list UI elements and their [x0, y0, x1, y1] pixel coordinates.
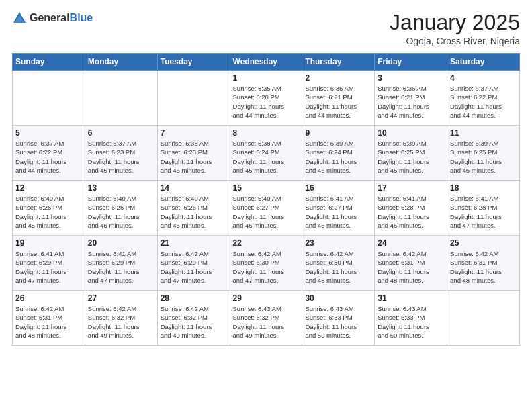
cell-w3-d0: 19Sunrise: 6:41 AMSunset: 6:29 PMDayligh… — [13, 236, 85, 291]
header-wednesday: Wednesday — [230, 54, 302, 71]
day-info: Sunrise: 6:42 AMSunset: 6:32 PMDaylight:… — [161, 304, 227, 340]
day-info: Sunrise: 6:36 AMSunset: 6:21 PMDaylight:… — [305, 84, 371, 120]
day-number: 4 — [450, 73, 517, 83]
day-info: Sunrise: 6:42 AMSunset: 6:31 PMDaylight:… — [378, 249, 444, 285]
day-info: Sunrise: 6:37 AMSunset: 6:22 PMDaylight:… — [450, 84, 517, 120]
day-info: Sunrise: 6:39 AMSunset: 6:24 PMDaylight:… — [305, 139, 371, 175]
cell-w2-d3: 15Sunrise: 6:40 AMSunset: 6:27 PMDayligh… — [230, 181, 302, 236]
day-number: 15 — [233, 183, 300, 193]
calendar-body: 1Sunrise: 6:35 AMSunset: 6:20 PMDaylight… — [13, 71, 520, 346]
logo-general: General — [30, 12, 70, 24]
cell-w1-d4: 9Sunrise: 6:39 AMSunset: 6:24 PMDaylight… — [302, 126, 375, 181]
day-number: 27 — [88, 293, 154, 303]
header-friday: Friday — [375, 54, 447, 71]
day-info: Sunrise: 6:42 AMSunset: 6:31 PMDaylight:… — [15, 304, 82, 340]
day-info: Sunrise: 6:38 AMSunset: 6:23 PMDaylight:… — [161, 139, 227, 175]
day-number: 19 — [15, 238, 82, 248]
day-number: 16 — [305, 183, 371, 193]
cell-w1-d6: 11Sunrise: 6:39 AMSunset: 6:25 PMDayligh… — [447, 126, 520, 181]
day-info: Sunrise: 6:37 AMSunset: 6:23 PMDaylight:… — [88, 139, 154, 175]
header-tuesday: Tuesday — [157, 54, 230, 71]
day-number: 17 — [378, 183, 444, 193]
day-info: Sunrise: 6:35 AMSunset: 6:20 PMDaylight:… — [233, 84, 300, 120]
cell-w1-d5: 10Sunrise: 6:39 AMSunset: 6:25 PMDayligh… — [375, 126, 447, 181]
title-block: January 2025 Ogoja, Cross River, Nigeria — [390, 11, 520, 46]
logo-icon — [12, 11, 27, 26]
subtitle: Ogoja, Cross River, Nigeria — [390, 36, 520, 46]
logo-blue: Blue — [70, 12, 93, 24]
cell-w3-d4: 23Sunrise: 6:42 AMSunset: 6:30 PMDayligh… — [302, 236, 375, 291]
cell-w0-d2 — [157, 71, 230, 126]
day-number: 1 — [233, 73, 300, 83]
day-number: 7 — [161, 128, 227, 138]
day-info: Sunrise: 6:40 AMSunset: 6:26 PMDaylight:… — [161, 194, 227, 230]
cell-w2-d6: 18Sunrise: 6:41 AMSunset: 6:28 PMDayligh… — [447, 181, 520, 236]
cell-w4-d2: 28Sunrise: 6:42 AMSunset: 6:32 PMDayligh… — [157, 291, 230, 346]
week-row-1: 5Sunrise: 6:37 AMSunset: 6:22 PMDaylight… — [13, 126, 520, 181]
cell-w0-d6: 4Sunrise: 6:37 AMSunset: 6:22 PMDaylight… — [447, 71, 520, 126]
day-number: 25 — [450, 238, 517, 248]
day-info: Sunrise: 6:40 AMSunset: 6:27 PMDaylight:… — [233, 194, 300, 230]
logo: General Blue — [12, 11, 93, 26]
cell-w4-d6 — [447, 291, 520, 346]
header-monday: Monday — [85, 54, 157, 71]
week-row-3: 19Sunrise: 6:41 AMSunset: 6:29 PMDayligh… — [13, 236, 520, 291]
day-info: Sunrise: 6:36 AMSunset: 6:21 PMDaylight:… — [378, 84, 444, 120]
cell-w2-d1: 13Sunrise: 6:40 AMSunset: 6:26 PMDayligh… — [85, 181, 157, 236]
day-number: 3 — [378, 73, 444, 83]
page-header: General Blue January 2025 Ogoja, Cross R… — [12, 11, 520, 46]
day-info: Sunrise: 6:37 AMSunset: 6:22 PMDaylight:… — [15, 139, 82, 175]
day-info: Sunrise: 6:42 AMSunset: 6:30 PMDaylight:… — [305, 249, 371, 285]
cell-w2-d4: 16Sunrise: 6:41 AMSunset: 6:27 PMDayligh… — [302, 181, 375, 236]
day-info: Sunrise: 6:41 AMSunset: 6:29 PMDaylight:… — [88, 249, 154, 285]
day-number: 26 — [15, 293, 82, 303]
cell-w3-d6: 25Sunrise: 6:42 AMSunset: 6:31 PMDayligh… — [447, 236, 520, 291]
cell-w3-d1: 20Sunrise: 6:41 AMSunset: 6:29 PMDayligh… — [85, 236, 157, 291]
day-info: Sunrise: 6:43 AMSunset: 6:33 PMDaylight:… — [305, 304, 371, 340]
day-number: 18 — [450, 183, 517, 193]
cell-w0-d0 — [13, 71, 85, 126]
cell-w4-d0: 26Sunrise: 6:42 AMSunset: 6:31 PMDayligh… — [13, 291, 85, 346]
day-number: 2 — [305, 73, 371, 83]
week-row-2: 12Sunrise: 6:40 AMSunset: 6:26 PMDayligh… — [13, 181, 520, 236]
day-number: 29 — [233, 293, 300, 303]
day-number: 21 — [161, 238, 227, 248]
cell-w0-d5: 3Sunrise: 6:36 AMSunset: 6:21 PMDaylight… — [375, 71, 447, 126]
cell-w3-d5: 24Sunrise: 6:42 AMSunset: 6:31 PMDayligh… — [375, 236, 447, 291]
day-info: Sunrise: 6:42 AMSunset: 6:29 PMDaylight:… — [161, 249, 227, 285]
cell-w0-d1 — [85, 71, 157, 126]
cell-w4-d1: 27Sunrise: 6:42 AMSunset: 6:32 PMDayligh… — [85, 291, 157, 346]
cell-w4-d4: 30Sunrise: 6:43 AMSunset: 6:33 PMDayligh… — [302, 291, 375, 346]
day-info: Sunrise: 6:42 AMSunset: 6:31 PMDaylight:… — [450, 249, 517, 285]
day-number: 30 — [305, 293, 371, 303]
day-info: Sunrise: 6:43 AMSunset: 6:33 PMDaylight:… — [378, 304, 444, 340]
day-number: 20 — [88, 238, 154, 248]
cell-w0-d4: 2Sunrise: 6:36 AMSunset: 6:21 PMDaylight… — [302, 71, 375, 126]
day-number: 23 — [305, 238, 371, 248]
day-number: 28 — [161, 293, 227, 303]
header-row: Sunday Monday Tuesday Wednesday Thursday… — [13, 54, 520, 71]
day-number: 31 — [378, 293, 444, 303]
day-info: Sunrise: 6:41 AMSunset: 6:28 PMDaylight:… — [450, 194, 517, 230]
day-number: 24 — [378, 238, 444, 248]
day-info: Sunrise: 6:43 AMSunset: 6:32 PMDaylight:… — [233, 304, 300, 340]
day-number: 12 — [15, 183, 82, 193]
day-number: 14 — [161, 183, 227, 193]
day-number: 5 — [15, 128, 82, 138]
cell-w1-d3: 8Sunrise: 6:38 AMSunset: 6:24 PMDaylight… — [230, 126, 302, 181]
day-info: Sunrise: 6:41 AMSunset: 6:28 PMDaylight:… — [378, 194, 444, 230]
day-number: 11 — [450, 128, 517, 138]
calendar-table: Sunday Monday Tuesday Wednesday Thursday… — [12, 53, 520, 346]
header-sunday: Sunday — [13, 54, 85, 71]
calendar-header: Sunday Monday Tuesday Wednesday Thursday… — [13, 54, 520, 71]
cell-w4-d5: 31Sunrise: 6:43 AMSunset: 6:33 PMDayligh… — [375, 291, 447, 346]
cell-w2-d5: 17Sunrise: 6:41 AMSunset: 6:28 PMDayligh… — [375, 181, 447, 236]
day-info: Sunrise: 6:42 AMSunset: 6:30 PMDaylight:… — [233, 249, 300, 285]
cell-w0-d3: 1Sunrise: 6:35 AMSunset: 6:20 PMDaylight… — [230, 71, 302, 126]
header-saturday: Saturday — [447, 54, 520, 71]
cell-w1-d1: 6Sunrise: 6:37 AMSunset: 6:23 PMDaylight… — [85, 126, 157, 181]
day-info: Sunrise: 6:41 AMSunset: 6:27 PMDaylight:… — [305, 194, 371, 230]
day-info: Sunrise: 6:40 AMSunset: 6:26 PMDaylight:… — [15, 194, 82, 230]
main-title: January 2025 — [390, 11, 520, 34]
header-thursday: Thursday — [302, 54, 375, 71]
